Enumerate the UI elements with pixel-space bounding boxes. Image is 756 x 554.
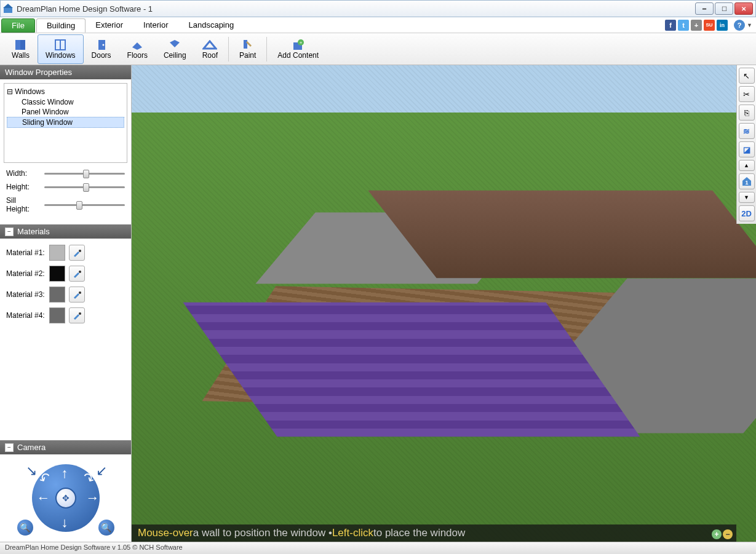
twitter-icon[interactable]: t: [678, 20, 689, 31]
cursor-tool[interactable]: ↖: [739, 68, 755, 84]
window-tree[interactable]: ⊟ Windows Classic Window Panel Window Sl…: [4, 83, 127, 163]
material-1-swatch[interactable]: [49, 245, 65, 261]
right-toolbar: ↖ ✂ ⎘ ≋ ◪ ▲ 1 ▼ 2D: [736, 65, 756, 224]
height-slider[interactable]: [44, 186, 125, 188]
material-3-picker[interactable]: [69, 287, 85, 303]
svg-marker-8: [132, 42, 142, 50]
facebook-icon[interactable]: f: [665, 20, 676, 31]
properties-header: Window Properties: [0, 65, 131, 79]
roof-icon: [202, 39, 217, 51]
camera-control: ↑ ↓ ← → ↶ ↷ ↘ ↙ ✥ 🔍 🔍: [14, 458, 118, 538]
svg-point-17: [79, 291, 81, 294]
svg-point-18: [79, 312, 81, 315]
tree-item-sliding[interactable]: Sliding Window: [7, 117, 124, 128]
collapse-materials-icon[interactable]: −: [5, 228, 14, 236]
camera-left-icon[interactable]: ←: [37, 490, 50, 506]
view-2d-button[interactable]: 2D: [739, 205, 755, 221]
tree-item-classic[interactable]: Classic Window: [7, 97, 124, 107]
app-icon: [3, 4, 13, 14]
windows-button[interactable]: Windows: [38, 34, 84, 64]
tree-root[interactable]: ⊟ Windows: [7, 86, 124, 97]
camera-tilt-right-icon[interactable]: ↙: [96, 463, 107, 479]
window-title: DreamPlan Home Design Software - 1: [17, 4, 695, 14]
zoom-out-icon[interactable]: 🔍: [17, 520, 33, 536]
material-4-swatch[interactable]: [49, 307, 65, 323]
paint-icon: [241, 39, 255, 51]
tab-interior[interactable]: Interior: [133, 17, 178, 33]
ceiling-icon: [167, 39, 182, 51]
camera-right-icon[interactable]: →: [86, 490, 100, 506]
file-menu[interactable]: File: [1, 18, 35, 33]
3d-viewport[interactable]: ↖ ✂ ⎘ ≋ ◪ ▲ 1 ▼ 2D Mouse-over a wall to …: [132, 65, 756, 542]
paint-button[interactable]: Paint: [231, 34, 264, 64]
doors-button[interactable]: Doors: [84, 34, 119, 64]
floor-down-button[interactable]: ▼: [739, 192, 755, 203]
camera-center-icon[interactable]: ✥: [55, 488, 76, 508]
walls-icon: [13, 39, 28, 51]
share-icon[interactable]: +: [691, 20, 702, 31]
material-2-swatch[interactable]: [49, 266, 65, 282]
svg-rect-3: [20, 40, 25, 50]
box-tool[interactable]: ◪: [739, 141, 755, 157]
svg-point-16: [79, 271, 81, 273]
materials-header: − Materials: [0, 224, 131, 239]
svg-marker-1: [3, 4, 13, 8]
floor-up-button[interactable]: ▲: [739, 160, 755, 171]
sill-slider[interactable]: [44, 204, 125, 206]
doors-icon: [94, 39, 109, 51]
add-content-icon: +: [291, 39, 306, 51]
help-icon[interactable]: ?: [734, 20, 745, 31]
cut-tool[interactable]: ✂: [739, 86, 755, 102]
sill-label: Sill Height:: [6, 196, 41, 213]
title-bar: DreamPlan Home Design Software - 1 ━ ☐ ✕: [0, 0, 756, 17]
collapse-camera-icon[interactable]: −: [5, 443, 14, 452]
menu-bar: File Building Exterior Interior Landscap…: [0, 17, 756, 33]
width-label: Width:: [6, 169, 41, 178]
svg-marker-10: [204, 41, 216, 49]
material-2-picker[interactable]: [69, 266, 85, 282]
linkedin-icon[interactable]: in: [717, 20, 728, 31]
svg-marker-9: [170, 40, 180, 47]
material-1-picker[interactable]: [69, 245, 85, 261]
svg-point-15: [79, 250, 81, 252]
svg-rect-2: [15, 40, 20, 50]
floor-indicator[interactable]: 1: [739, 173, 755, 189]
close-button[interactable]: ✕: [734, 2, 753, 15]
material-3-swatch[interactable]: [49, 287, 65, 303]
maximize-button[interactable]: ☐: [715, 2, 733, 15]
camera-up-icon[interactable]: ↑: [62, 465, 68, 481]
minimize-button[interactable]: ━: [695, 2, 714, 15]
material-row-4: Material #4:: [4, 305, 127, 326]
camera-down-icon[interactable]: ↓: [62, 515, 68, 531]
roof-button[interactable]: Roof: [194, 34, 226, 64]
tab-building[interactable]: Building: [36, 18, 86, 33]
walls-button[interactable]: Walls: [4, 34, 38, 64]
width-slider[interactable]: [44, 173, 125, 175]
zoom-in-icon[interactable]: 🔍: [98, 520, 114, 536]
material-4-picker[interactable]: [69, 307, 85, 323]
wall-back: [368, 191, 756, 279]
material-row-3: Material #3:: [4, 284, 127, 305]
properties-title: Window Properties: [5, 68, 72, 77]
ceiling-button[interactable]: Ceiling: [156, 34, 194, 64]
floors-button[interactable]: Floors: [119, 34, 156, 64]
height-label: Height:: [6, 183, 41, 191]
svg-point-7: [102, 44, 104, 46]
camera-tilt-left-icon[interactable]: ↘: [26, 463, 37, 479]
materials-title: Materials: [17, 227, 50, 236]
copy-tool[interactable]: ⎘: [739, 105, 755, 121]
help-dropdown-icon[interactable]: ▼: [747, 22, 752, 28]
material-row-2: Material #2:: [4, 263, 127, 284]
hint-minus-icon[interactable]: −: [723, 529, 733, 539]
tab-landscaping[interactable]: Landscaping: [178, 17, 244, 33]
stumble-icon[interactable]: SU: [704, 20, 715, 31]
add-content-button[interactable]: + Add Content: [269, 34, 327, 64]
camera-title: Camera: [17, 443, 46, 452]
tab-exterior[interactable]: Exterior: [86, 17, 133, 33]
svg-rect-0: [4, 7, 12, 13]
hint-plus-icon[interactable]: +: [712, 529, 722, 539]
layer-tool[interactable]: ≋: [739, 123, 755, 139]
tree-item-panel[interactable]: Panel Window: [7, 107, 124, 117]
svg-text:+: +: [299, 40, 302, 46]
material-row-1: Material #1:: [4, 242, 127, 263]
